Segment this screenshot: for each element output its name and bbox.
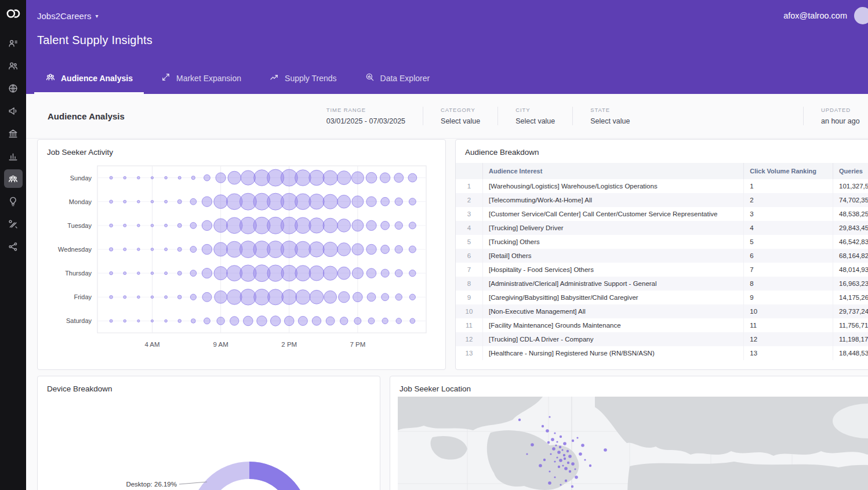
- cell-audience-interest: [Hospitality - Food Services] Others: [483, 263, 744, 277]
- bar-chart-icon[interactable]: [4, 147, 23, 165]
- audience-table-body: 1[Warehousing/Logistics] Warehouse/Logis…: [456, 179, 868, 360]
- state-label: STATE: [590, 107, 630, 113]
- table-row[interactable]: 4[Trucking] Delivery Driver429,843,450: [456, 221, 868, 235]
- svg-text:Desktop: 26.19%: Desktop: 26.19%: [126, 481, 177, 488]
- cell-queries: 48,014,934: [833, 263, 868, 277]
- cell-queries: 16,963,238: [833, 277, 868, 291]
- column-header-click-volume-ranking[interactable]: Click Volume Ranking: [744, 163, 833, 179]
- cell-audience-interest: [Customer Service/Call Center] Call Cent…: [483, 207, 744, 221]
- device-breakdown-chart[interactable]: Desktop: 26.19%: [38, 397, 380, 490]
- cell-click-volume-ranking: 2: [744, 193, 833, 207]
- tab-label: Supply Trends: [285, 74, 337, 83]
- column-header-queries[interactable]: Queries: [833, 163, 868, 179]
- cell-audience-interest: [Trucking] Others: [483, 235, 744, 249]
- tab-label: Audience Analysis: [61, 74, 133, 83]
- cell-click-volume-ranking: 10: [744, 304, 833, 318]
- time-range-filter[interactable]: TIME RANGE 03/01/2025 - 07/03/2025: [309, 107, 423, 125]
- contact-icon[interactable]: [4, 34, 23, 52]
- job-seeker-location-map[interactable]: Icela: [390, 397, 868, 490]
- job-seeker-activity-card: Job Seeker Activity 4 AM9 AM2 PM7 PMSund…: [37, 139, 446, 370]
- audience-breakdown-card: Audience Breakdown Audience Interest Cli…: [455, 139, 868, 370]
- cell-audience-interest: [Trucking] Delivery Driver: [483, 221, 744, 235]
- content: Audience Analysis TIME RANGE 03/01/2025 …: [26, 94, 868, 490]
- table-row[interactable]: 12[Trucking] CDL-A Driver - Company1211,…: [456, 332, 868, 346]
- user-area: afox@talroo.com: [783, 7, 862, 24]
- svg-text:9 AM: 9 AM: [213, 341, 228, 348]
- explore-icon: [365, 72, 375, 84]
- category-filter[interactable]: CATEGORY Select value: [423, 107, 497, 125]
- cell-audience-interest: [Facility Maintenance] Grounds Maintenan…: [483, 318, 744, 332]
- updated-value: an hour ago: [821, 117, 861, 125]
- column-header-index[interactable]: [456, 163, 483, 179]
- tab-market-expansion[interactable]: Market Expansion: [150, 64, 252, 94]
- table-row[interactable]: 3[Customer Service/Call Center] Call Cen…: [456, 207, 868, 221]
- table-header-row: Audience Interest Click Volume Ranking Q…: [456, 163, 868, 179]
- talroo-logo-icon[interactable]: [4, 4, 23, 23]
- tab-audience-analysis[interactable]: Audience Analysis: [34, 64, 144, 94]
- app: Jobs2Careers ▾ afox@talroo.com Talent Su…: [0, 0, 868, 490]
- cell-click-volume-ranking: 13: [744, 346, 833, 360]
- time-range-value: 03/01/2025 - 07/03/2025: [326, 117, 405, 125]
- cell-queries: 14,175,266: [833, 291, 868, 304]
- chevron-down-icon: ▾: [95, 13, 98, 19]
- cell-click-volume-ranking: 5: [744, 235, 833, 249]
- city-filter[interactable]: CITY Select value: [497, 107, 572, 125]
- cell-click-volume-ranking: 11: [744, 318, 833, 332]
- row-rank: 11: [456, 318, 483, 332]
- megaphone-icon[interactable]: [4, 101, 23, 120]
- table-row[interactable]: 9[Caregiving/Babysitting] Babysitter/Chi…: [456, 291, 868, 304]
- table-row[interactable]: 2[Telecommuting/Work-At-Home] All274,702…: [456, 193, 868, 207]
- state-filter[interactable]: STATE Select value: [572, 107, 647, 125]
- column-header-audience-interest[interactable]: Audience Interest: [483, 163, 744, 179]
- trend-icon: [269, 72, 279, 84]
- card-title: Audience Breakdown: [456, 140, 868, 160]
- table-row[interactable]: 8[Administrative/Clerical] Administrativ…: [456, 277, 868, 291]
- tab-data-explorer[interactable]: Data Explorer: [354, 64, 441, 94]
- filter-bar: Audience Analysis TIME RANGE 03/01/2025 …: [26, 94, 868, 139]
- card-title: Job Seeker Activity: [38, 140, 445, 160]
- card-title: Job Seeker Location: [390, 376, 868, 397]
- cell-click-volume-ranking: 8: [744, 277, 833, 291]
- svg-text:Saturday: Saturday: [66, 317, 92, 324]
- brand-row: Jobs2Careers ▾ afox@talroo.com: [26, 0, 868, 31]
- table-row[interactable]: 5[Trucking] Others546,542,831: [456, 235, 868, 249]
- cell-click-volume-ranking: 12: [744, 332, 833, 346]
- job-seeker-activity-chart[interactable]: 4 AM9 AM2 PM7 PMSundayMondayTuesdayWedne…: [38, 160, 445, 362]
- row-rank: 3: [456, 207, 483, 221]
- audience-group-icon[interactable]: [4, 169, 23, 188]
- device-breakdown-card: Device Breakdown Desktop: 26.19%: [37, 376, 380, 490]
- table-row[interactable]: 6[Retail] Others668,164,825: [456, 249, 868, 263]
- lightbulb-icon[interactable]: [4, 192, 23, 210]
- cell-click-volume-ranking: 3: [744, 207, 833, 221]
- job-seeker-location-card: Job Seeker Location Icela: [390, 376, 868, 490]
- avatar[interactable]: [854, 7, 868, 24]
- tools-icon[interactable]: [4, 215, 23, 233]
- cell-queries: 11,198,171: [833, 332, 868, 346]
- globe-icon[interactable]: [4, 79, 23, 97]
- svg-text:Friday: Friday: [74, 293, 92, 300]
- updated-label: UPDATED: [821, 107, 861, 113]
- bank-icon[interactable]: [4, 124, 23, 143]
- row-rank: 5: [456, 235, 483, 249]
- table-row[interactable]: 7[Hospitality - Food Services] Others748…: [456, 263, 868, 277]
- cell-click-volume-ranking: 4: [744, 221, 833, 235]
- cell-click-volume-ranking: 9: [744, 291, 833, 304]
- card-title: Device Breakdown: [38, 376, 380, 397]
- table-row[interactable]: 10[Non-Executive Management] All1029,737…: [456, 304, 868, 318]
- tab-supply-trends[interactable]: Supply Trends: [258, 64, 348, 94]
- integrations-icon[interactable]: [4, 237, 23, 256]
- cell-audience-interest: [Trucking] CDL-A Driver - Company: [483, 332, 744, 346]
- table-row[interactable]: 13[Healthcare - Nursing] Registered Nurs…: [456, 346, 868, 360]
- brand-selector[interactable]: Jobs2Careers ▾: [37, 11, 98, 21]
- people-icon[interactable]: [4, 56, 23, 75]
- table-row[interactable]: 1[Warehousing/Logistics] Warehouse/Logis…: [456, 179, 868, 193]
- row-rank: 9: [456, 291, 483, 304]
- row-rank: 12: [456, 332, 483, 346]
- svg-text:Monday: Monday: [69, 198, 92, 205]
- svg-text:Thursday: Thursday: [65, 270, 92, 277]
- row-rank: 2: [456, 193, 483, 207]
- cell-audience-interest: [Warehousing/Logistics] Warehouse/Logist…: [483, 179, 744, 193]
- cell-queries: 29,843,450: [833, 221, 868, 235]
- tab-bar: Audience AnalysisMarket ExpansionSupply …: [34, 64, 441, 94]
- table-row[interactable]: 11[Facility Maintenance] Grounds Mainten…: [456, 318, 868, 332]
